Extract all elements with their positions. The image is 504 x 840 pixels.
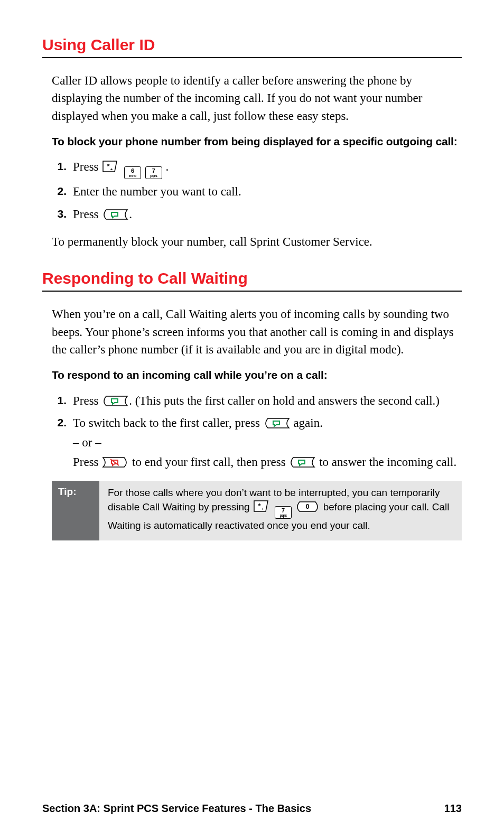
caller-id-closing: To permanently block your number, call S… xyxy=(52,233,462,250)
footer-section-title: Section 3A: Sprint PCS Service Features … xyxy=(42,802,311,815)
page-number: 113 xyxy=(444,802,462,815)
step-text: . xyxy=(166,160,169,173)
step-body: Enter the number you want to call. xyxy=(73,182,462,202)
step-or: – or – xyxy=(73,436,101,449)
step-number: 1. xyxy=(52,391,73,411)
step-text: again. xyxy=(293,416,323,430)
key-6-icon: 6mno xyxy=(124,166,141,179)
step-text: Press xyxy=(73,160,101,173)
call-waiting-intro: When you’re on a call, Call Waiting aler… xyxy=(52,305,462,358)
step-body: To switch back to the first caller, pres… xyxy=(73,414,462,472)
caller-id-intro: Caller ID allows people to identify a ca… xyxy=(52,72,462,125)
page-footer: Section 3A: Sprint PCS Service Features … xyxy=(42,802,462,815)
key-talk-icon xyxy=(289,456,315,468)
tip-box: Tip: For those calls where you don’t wan… xyxy=(52,481,462,540)
heading-using-caller-id: Using Caller ID xyxy=(42,36,462,58)
key-talk-icon xyxy=(102,395,128,407)
step-text: Press xyxy=(73,455,101,469)
key-star-icon xyxy=(102,160,120,173)
key-talk-icon xyxy=(264,417,290,429)
step-body: Press . (This puts the first caller on h… xyxy=(73,391,462,411)
step-text: . xyxy=(129,208,132,221)
step-text: . (This puts the first caller on hold an… xyxy=(129,394,440,407)
step-text: Press xyxy=(73,394,101,407)
caller-id-steps: 1. Press 6mno 7pqrs . 2. Enter the numbe… xyxy=(52,157,462,225)
step-text: Press xyxy=(73,208,101,221)
heading-call-waiting: Responding to Call Waiting xyxy=(42,269,462,292)
step-number: 2. xyxy=(52,414,73,472)
tip-body: For those calls where you don’t want to … xyxy=(99,481,462,540)
key-talk-icon xyxy=(102,209,128,220)
call-waiting-subhead: To respond to an incoming call while you… xyxy=(52,368,462,382)
caller-id-subhead: To block your phone number from being di… xyxy=(52,134,462,149)
step-text: To switch back to the first caller, pres… xyxy=(73,416,263,430)
key-0-icon: 0 xyxy=(295,501,320,512)
key-end-icon xyxy=(102,456,128,468)
step-number: 3. xyxy=(52,205,73,225)
call-waiting-steps: 1. Press . (This puts the first caller o… xyxy=(52,391,462,472)
step-text: to end your first call, then press xyxy=(132,455,288,469)
svg-text:0: 0 xyxy=(306,503,310,510)
step-number: 2. xyxy=(52,182,73,202)
step-text: to answer the incoming call. xyxy=(319,455,456,469)
key-7-icon: 7pqrs xyxy=(145,166,162,179)
step-body: Press 6mno 7pqrs . xyxy=(73,157,462,179)
key-star-icon xyxy=(253,500,271,512)
step-number: 1. xyxy=(52,157,73,179)
tip-label: Tip: xyxy=(52,481,99,540)
key-7-icon: 7pqrs xyxy=(275,506,292,519)
step-body: Press . xyxy=(73,205,462,225)
